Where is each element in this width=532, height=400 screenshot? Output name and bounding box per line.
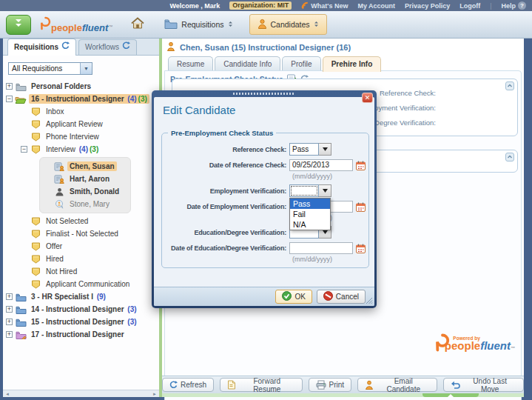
tree-item-16-instructional-designer[interactable]: −16 - Instructional Designer (4)(3)	[3, 93, 159, 105]
home-icon	[131, 17, 144, 32]
tree-item-chen-susan[interactable]: +Chen, Susan	[41, 160, 129, 173]
calendar-icon[interactable]	[356, 244, 366, 253]
collapse-panel-icon[interactable]	[505, 153, 514, 161]
count-blue: (3)	[126, 305, 137, 313]
tree-item-finalist-not-selected[interactable]: +Finalist - Not Selected	[3, 227, 159, 240]
tree-item-hart-aaron[interactable]: +Hart, Aaron	[41, 173, 129, 185]
expand-expander-icon[interactable]: +	[6, 83, 13, 90]
fieldset-legend: Pre-Employment Check Status	[168, 129, 276, 137]
whats-new-link[interactable]: What's New	[301, 1, 348, 10]
quick-launch-button[interactable]	[6, 15, 31, 35]
menu-updown-icon	[314, 20, 319, 29]
logoff-link[interactable]: Logoff	[459, 2, 480, 10]
tab-profile[interactable]: Profile	[282, 56, 320, 71]
nav-requisitions-menu[interactable]: Requisitions	[157, 14, 240, 35]
collapse-panel-icon[interactable]	[505, 81, 514, 90]
scroll-right-arrow[interactable]: ►	[152, 392, 157, 396]
forward-resume-button[interactable]: Forward Resume	[220, 378, 303, 392]
my-account-link[interactable]: My Account	[357, 2, 395, 10]
tab-prehire-info[interactable]: Prehire Info	[323, 56, 382, 72]
dialog-drag-handle[interactable]	[233, 93, 295, 95]
tree-item-not-hired[interactable]: +Not Hired	[3, 265, 159, 278]
close-icon[interactable]: ✕	[362, 93, 373, 103]
tree-item-label: 15 - Instructional Designer (3)	[29, 317, 139, 327]
home-button[interactable]	[127, 15, 148, 35]
collapse-expander-icon[interactable]: −	[21, 146, 27, 153]
count-green: (3)	[138, 95, 147, 103]
stage-icon	[30, 267, 41, 276]
tree-item-stone-mary[interactable]: +Stone, Mary	[41, 198, 129, 210]
rss-icon	[301, 1, 309, 10]
dropdown-button-icon[interactable]	[319, 143, 331, 156]
app-window: Welcome , Mark Organization: MIT What's …	[0, 0, 532, 400]
tree-item-personal-folders[interactable]: +Personal Folders	[3, 80, 159, 93]
expand-expander-icon[interactable]: +	[6, 331, 13, 338]
date-format-hint: (mm/dd/yyyy)	[292, 173, 366, 180]
dialog-form: Reference Check:PassDate of Reference Ch…	[164, 143, 366, 263]
stage-icon	[30, 217, 41, 226]
tree-item-phone-interview[interactable]: +Phone Interview	[3, 130, 159, 143]
powered-by-logo: Powered by peoplefluent™	[435, 333, 515, 355]
calendar-icon[interactable]	[356, 202, 366, 212]
tree-item-15-instructional-designer[interactable]: +15 - Instructional Designer (3)	[3, 316, 159, 328]
count-blue: (3)	[126, 318, 137, 326]
tab-candidate-info[interactable]: Candidate Info	[215, 56, 280, 71]
tree-item-inbox[interactable]: +Inbox	[3, 105, 159, 118]
collapse-expander-icon[interactable]: −	[6, 96, 13, 102]
tree-item-applicant-communication[interactable]: +Applicant Communication	[3, 278, 159, 290]
option-n-a[interactable]: N/A	[290, 219, 330, 230]
tree-item-17-instructional-designer[interactable]: +17 - Instructional Designer	[3, 328, 159, 341]
tree-item-hired[interactable]: +Hired	[3, 253, 159, 265]
help-link[interactable]: Help ?	[501, 1, 526, 10]
field-row-education-degree-verification: Education/Degree Verification:	[164, 226, 366, 239]
cancel-button[interactable]: Cancel	[317, 290, 366, 304]
dropdown-button-icon[interactable]	[319, 184, 331, 197]
candidate-file-icon	[53, 162, 65, 171]
expand-expander-icon[interactable]: +	[6, 306, 13, 313]
collapse-handle[interactable]	[422, 393, 479, 397]
privacy-policy-link[interactable]: Privacy Policy	[405, 2, 450, 10]
scroll-left-arrow[interactable]: ◄	[5, 392, 10, 396]
ok-button[interactable]: OK	[275, 290, 312, 304]
tab-requisitions[interactable]: Requisitions	[7, 39, 76, 56]
tree-item-applicant-review[interactable]: +Applicant Review	[3, 118, 159, 130]
count-green: (3)	[90, 145, 98, 153]
refresh-icon[interactable]	[61, 40, 70, 55]
undo-last-move-button[interactable]: Undo Last Move	[443, 378, 524, 392]
tree-item-offer[interactable]: +Offer	[3, 240, 159, 253]
refresh-button[interactable]: Refresh	[162, 378, 214, 392]
expand-expander-icon[interactable]: +	[6, 293, 13, 300]
tab-workflows[interactable]: Workflows	[78, 39, 137, 55]
nav-candidates-menu[interactable]: Candidates	[249, 14, 327, 35]
stage-icon	[30, 242, 41, 251]
tree-item-label: Phone Interview	[44, 132, 101, 141]
stage-icon	[30, 255, 41, 264]
employment-verification-select[interactable]: PassFailN/A	[289, 184, 331, 197]
option-pass[interactable]: Pass	[290, 199, 330, 209]
tab-resume[interactable]: Resume	[168, 56, 213, 71]
tree-item-14-instructional-designer[interactable]: +14 - Instructional Designer (3)	[3, 303, 159, 316]
tree-item-3-hr-specialist-i[interactable]: +3 - HR Specialist I (9)	[3, 290, 159, 303]
expand-expander-icon[interactable]: +	[6, 319, 13, 325]
resize-grip-icon[interactable]	[366, 297, 373, 304]
reference-check-select[interactable]: Pass	[289, 143, 331, 156]
sidebar-horizontal-scrollbar[interactable]: ◄ ►	[3, 390, 159, 397]
requisition-filter-select[interactable]: All Requisitions ▼	[8, 62, 92, 75]
email-candidate-button[interactable]: Email Candidate	[357, 378, 437, 392]
refresh-icon[interactable]	[122, 40, 130, 55]
tree-item-smith-donald[interactable]: +Smith, Donald	[41, 185, 129, 198]
select-value: Pass	[289, 143, 319, 156]
stage-icon	[30, 107, 41, 116]
print-button[interactable]: Print	[309, 378, 352, 392]
calendar-icon[interactable]	[356, 161, 366, 170]
date-of-education-degree-verification-input[interactable]	[289, 242, 353, 254]
ok-check-icon	[282, 291, 292, 302]
candidate-group: +Chen, Susan+Hart, Aaron+Smith, Donald+S…	[39, 157, 131, 213]
date-of-reference-check-input[interactable]: 09/25/2013	[289, 159, 353, 171]
tree-item-not-selected[interactable]: +Not Selected	[3, 215, 159, 227]
option-fail[interactable]: Fail	[290, 209, 330, 219]
folder-gray-icon	[15, 82, 27, 91]
tree-item-interview[interactable]: −Interview (4)(3)	[3, 143, 159, 156]
tree-item-label: Offer	[44, 241, 64, 251]
dropdown-arrow-icon: ▼	[80, 63, 92, 74]
